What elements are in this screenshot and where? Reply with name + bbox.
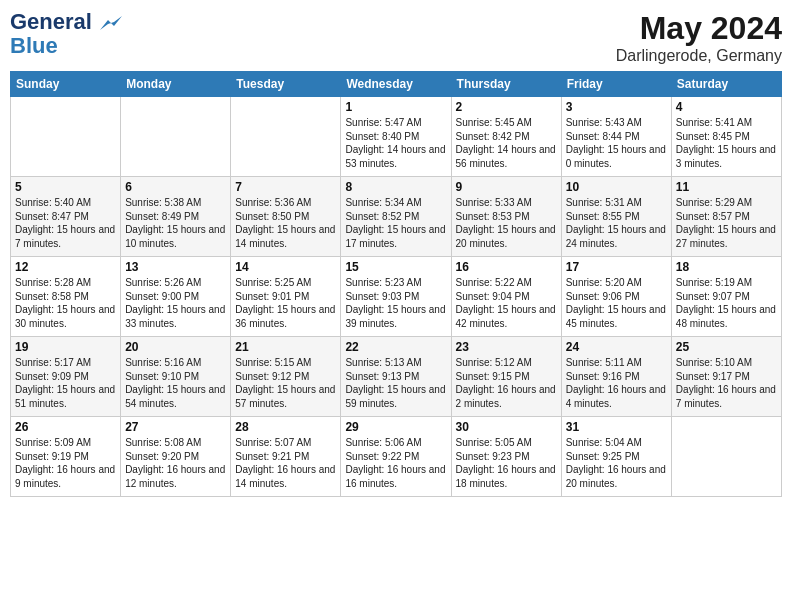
day-info-20: Sunrise: 5:16 AMSunset: 9:10 PMDaylight:… (125, 356, 226, 410)
cell-0-2 (231, 97, 341, 177)
day-num-1: 1 (345, 100, 446, 114)
header-friday: Friday (561, 72, 671, 97)
day-info-24: Sunrise: 5:11 AMSunset: 9:16 PMDaylight:… (566, 356, 667, 410)
cell-0-6: 4Sunrise: 5:41 AMSunset: 8:45 PMDaylight… (671, 97, 781, 177)
day-info-1: Sunrise: 5:47 AMSunset: 8:40 PMDaylight:… (345, 116, 446, 170)
day-info-31: Sunrise: 5:04 AMSunset: 9:25 PMDaylight:… (566, 436, 667, 490)
day-info-7: Sunrise: 5:36 AMSunset: 8:50 PMDaylight:… (235, 196, 336, 250)
cell-1-2: 7Sunrise: 5:36 AMSunset: 8:50 PMDaylight… (231, 177, 341, 257)
svg-marker-0 (100, 16, 122, 30)
day-num-17: 17 (566, 260, 667, 274)
day-num-14: 14 (235, 260, 336, 274)
day-info-21: Sunrise: 5:15 AMSunset: 9:12 PMDaylight:… (235, 356, 336, 410)
header: General Blue May 2024 Darlingerode, Germ… (10, 10, 782, 65)
cell-4-3: 29Sunrise: 5:06 AMSunset: 9:22 PMDayligh… (341, 417, 451, 497)
day-num-18: 18 (676, 260, 777, 274)
location-title: Darlingerode, Germany (616, 47, 782, 65)
cell-0-4: 2Sunrise: 5:45 AMSunset: 8:42 PMDaylight… (451, 97, 561, 177)
cell-2-6: 18Sunrise: 5:19 AMSunset: 9:07 PMDayligh… (671, 257, 781, 337)
cell-4-2: 28Sunrise: 5:07 AMSunset: 9:21 PMDayligh… (231, 417, 341, 497)
calendar-header-row: Sunday Monday Tuesday Wednesday Thursday… (11, 72, 782, 97)
cell-1-5: 10Sunrise: 5:31 AMSunset: 8:55 PMDayligh… (561, 177, 671, 257)
cell-3-0: 19Sunrise: 5:17 AMSunset: 9:09 PMDayligh… (11, 337, 121, 417)
day-info-22: Sunrise: 5:13 AMSunset: 9:13 PMDaylight:… (345, 356, 446, 410)
day-num-7: 7 (235, 180, 336, 194)
logo-text: General (10, 10, 122, 34)
day-num-19: 19 (15, 340, 116, 354)
cell-1-3: 8Sunrise: 5:34 AMSunset: 8:52 PMDaylight… (341, 177, 451, 257)
logo: General Blue (10, 10, 122, 58)
day-num-30: 30 (456, 420, 557, 434)
week-row-3: 19Sunrise: 5:17 AMSunset: 9:09 PMDayligh… (11, 337, 782, 417)
day-num-3: 3 (566, 100, 667, 114)
cell-3-3: 22Sunrise: 5:13 AMSunset: 9:13 PMDayligh… (341, 337, 451, 417)
day-info-25: Sunrise: 5:10 AMSunset: 9:17 PMDaylight:… (676, 356, 777, 410)
day-num-24: 24 (566, 340, 667, 354)
day-num-6: 6 (125, 180, 226, 194)
header-saturday: Saturday (671, 72, 781, 97)
day-info-2: Sunrise: 5:45 AMSunset: 8:42 PMDaylight:… (456, 116, 557, 170)
day-info-18: Sunrise: 5:19 AMSunset: 9:07 PMDaylight:… (676, 276, 777, 330)
cell-1-1: 6Sunrise: 5:38 AMSunset: 8:49 PMDaylight… (121, 177, 231, 257)
cell-3-6: 25Sunrise: 5:10 AMSunset: 9:17 PMDayligh… (671, 337, 781, 417)
cell-0-1 (121, 97, 231, 177)
day-info-17: Sunrise: 5:20 AMSunset: 9:06 PMDaylight:… (566, 276, 667, 330)
logo-bird-icon (100, 16, 122, 31)
day-info-27: Sunrise: 5:08 AMSunset: 9:20 PMDaylight:… (125, 436, 226, 490)
day-info-3: Sunrise: 5:43 AMSunset: 8:44 PMDaylight:… (566, 116, 667, 170)
cell-2-4: 16Sunrise: 5:22 AMSunset: 9:04 PMDayligh… (451, 257, 561, 337)
day-info-11: Sunrise: 5:29 AMSunset: 8:57 PMDaylight:… (676, 196, 777, 250)
cell-3-4: 23Sunrise: 5:12 AMSunset: 9:15 PMDayligh… (451, 337, 561, 417)
day-num-11: 11 (676, 180, 777, 194)
day-num-23: 23 (456, 340, 557, 354)
day-num-22: 22 (345, 340, 446, 354)
logo-blue-text: Blue (10, 34, 58, 58)
day-info-14: Sunrise: 5:25 AMSunset: 9:01 PMDaylight:… (235, 276, 336, 330)
cell-4-1: 27Sunrise: 5:08 AMSunset: 9:20 PMDayligh… (121, 417, 231, 497)
day-info-23: Sunrise: 5:12 AMSunset: 9:15 PMDaylight:… (456, 356, 557, 410)
logo-general: General (10, 9, 92, 34)
day-num-12: 12 (15, 260, 116, 274)
header-tuesday: Tuesday (231, 72, 341, 97)
cell-3-1: 20Sunrise: 5:16 AMSunset: 9:10 PMDayligh… (121, 337, 231, 417)
day-num-31: 31 (566, 420, 667, 434)
day-info-5: Sunrise: 5:40 AMSunset: 8:47 PMDaylight:… (15, 196, 116, 250)
day-info-19: Sunrise: 5:17 AMSunset: 9:09 PMDaylight:… (15, 356, 116, 410)
day-num-8: 8 (345, 180, 446, 194)
day-num-5: 5 (15, 180, 116, 194)
cell-2-1: 13Sunrise: 5:26 AMSunset: 9:00 PMDayligh… (121, 257, 231, 337)
day-num-16: 16 (456, 260, 557, 274)
cell-1-0: 5Sunrise: 5:40 AMSunset: 8:47 PMDaylight… (11, 177, 121, 257)
header-sunday: Sunday (11, 72, 121, 97)
cell-2-3: 15Sunrise: 5:23 AMSunset: 9:03 PMDayligh… (341, 257, 451, 337)
day-num-9: 9 (456, 180, 557, 194)
title-block: May 2024 Darlingerode, Germany (616, 10, 782, 65)
week-row-4: 26Sunrise: 5:09 AMSunset: 9:19 PMDayligh… (11, 417, 782, 497)
day-num-26: 26 (15, 420, 116, 434)
cell-4-0: 26Sunrise: 5:09 AMSunset: 9:19 PMDayligh… (11, 417, 121, 497)
day-info-6: Sunrise: 5:38 AMSunset: 8:49 PMDaylight:… (125, 196, 226, 250)
cell-0-3: 1Sunrise: 5:47 AMSunset: 8:40 PMDaylight… (341, 97, 451, 177)
day-info-10: Sunrise: 5:31 AMSunset: 8:55 PMDaylight:… (566, 196, 667, 250)
cell-2-2: 14Sunrise: 5:25 AMSunset: 9:01 PMDayligh… (231, 257, 341, 337)
cell-0-0 (11, 97, 121, 177)
day-info-26: Sunrise: 5:09 AMSunset: 9:19 PMDaylight:… (15, 436, 116, 490)
day-info-30: Sunrise: 5:05 AMSunset: 9:23 PMDaylight:… (456, 436, 557, 490)
day-info-16: Sunrise: 5:22 AMSunset: 9:04 PMDaylight:… (456, 276, 557, 330)
cell-1-6: 11Sunrise: 5:29 AMSunset: 8:57 PMDayligh… (671, 177, 781, 257)
day-num-2: 2 (456, 100, 557, 114)
day-num-25: 25 (676, 340, 777, 354)
day-info-9: Sunrise: 5:33 AMSunset: 8:53 PMDaylight:… (456, 196, 557, 250)
cell-4-5: 31Sunrise: 5:04 AMSunset: 9:25 PMDayligh… (561, 417, 671, 497)
day-num-10: 10 (566, 180, 667, 194)
page-container: General Blue May 2024 Darlingerode, Germ… (0, 0, 792, 507)
week-row-1: 5Sunrise: 5:40 AMSunset: 8:47 PMDaylight… (11, 177, 782, 257)
cell-0-5: 3Sunrise: 5:43 AMSunset: 8:44 PMDaylight… (561, 97, 671, 177)
week-row-0: 1Sunrise: 5:47 AMSunset: 8:40 PMDaylight… (11, 97, 782, 177)
header-wednesday: Wednesday (341, 72, 451, 97)
day-info-8: Sunrise: 5:34 AMSunset: 8:52 PMDaylight:… (345, 196, 446, 250)
day-info-13: Sunrise: 5:26 AMSunset: 9:00 PMDaylight:… (125, 276, 226, 330)
cell-3-5: 24Sunrise: 5:11 AMSunset: 9:16 PMDayligh… (561, 337, 671, 417)
header-monday: Monday (121, 72, 231, 97)
day-num-27: 27 (125, 420, 226, 434)
